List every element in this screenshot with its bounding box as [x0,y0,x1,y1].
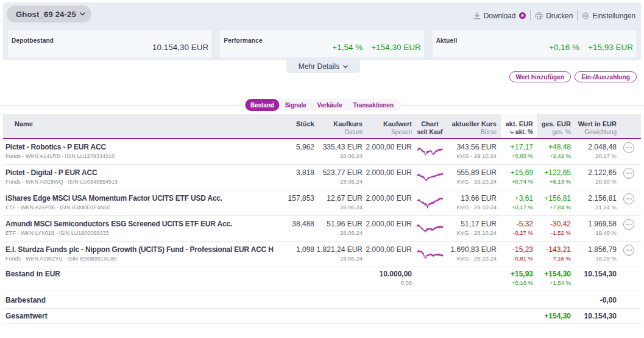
ges-eur-cell: -30,42 -1,52 % [537,216,571,241]
row-menu-cell [617,139,641,164]
totals-label: Gesamtwert [3,309,271,323]
card-depotbestand: Depotbestand 10.154,30 EUR [8,31,211,57]
stueck-cell: 38,488 [271,216,314,241]
sparkline-chart [412,139,448,164]
ges-eur-cell: +48,48 +2,42 % [537,139,571,164]
portfolio-selector[interactable]: Ghost_69 24-25 [7,5,91,23]
table-header: Name Stück Kaufkurs Datum Kaufwert Spese… [3,114,641,139]
tab-bestand[interactable]: Bestand [245,99,280,111]
col-header-ges-eur[interactable]: ges. EUR ges. % [537,114,571,138]
table-row[interactable]: Pictet - Robotics - P EUR ACC Fonds · WK… [3,139,641,165]
totals-kaufwert: 10.000,00 0,00 [363,267,412,290]
sparkline-chart [412,190,448,215]
stueck-cell: 157,853 [271,190,314,215]
tab-verkäufe[interactable]: Verkäufe [312,102,348,109]
totals-row-gesamtwert: Gesamtwert +154,30 10.154,30 [3,309,641,324]
row-menu-button[interactable] [623,219,634,230]
print-label: Drucken [546,12,573,20]
printer-icon [535,12,543,20]
download-icon [473,12,481,20]
mehr-details-label: Mehr Details [299,62,339,71]
totals-wert: 10.154,30 [571,267,617,290]
kurs-cell: 13,66 EUR KVG · 29.10.24 [448,190,501,215]
table-row[interactable]: E.I. Sturdza Funds plc - Nippon Growth (… [3,242,641,267]
row-menu-cell [617,165,641,190]
tabs-row: BestandSignaleVerkäufeTransaktionen [0,99,644,111]
position-name-cell[interactable]: Pictet - Robotics - P EUR ACC Fonds · WK… [3,139,271,164]
kurs-cell: 555,89 EUR KVG · 29.10.24 [448,165,501,190]
depot-value: 10.154,30 EUR [152,43,208,52]
position-name-cell[interactable]: iShares Edge MSCI USA Momentum Factor UC… [3,190,271,215]
action-separator [577,10,578,21]
kaufkurs-cell: 12,67 EUR 28.06.24 [314,190,363,215]
row-menu-button[interactable] [623,168,634,179]
kaufwert-cell: 2.000,00 EUR [363,242,412,267]
totals-akt: +15,93 +0,16 % [501,267,537,290]
kaufwert-cell: 2.000,00 EUR [363,139,412,164]
card-performance: Performance +1,54 % +154,30 EUR [220,31,423,57]
payment-button[interactable]: Ein-/Auszahlung [575,71,637,82]
position-name-cell[interactable]: Pictet - Digital - P EUR ACC Fonds · WKN… [3,165,271,190]
position-name-cell[interactable]: Amundi MSCI Semiconductors ESG Screened … [3,216,271,241]
position-name-cell[interactable]: E.I. Sturdza Funds plc - Nippon Growth (… [3,242,271,267]
tab-signale[interactable]: Signale [280,102,312,109]
kaufkurs-cell: 335,43 EUR 28.06.24 [314,139,363,164]
action-separator [530,10,531,21]
performance-percent: +1,54 % [332,43,363,52]
aktuell-percent: +0,16 % [549,43,579,52]
gesamtwert-ges: +154,30 [537,309,571,323]
kaufkurs-cell: 51,96 EUR 28.06.24 [314,216,363,241]
akt-eur-cell: +17,17 +0,85 % [501,139,537,164]
col-header-chart: Chart seit Kauf [412,114,448,138]
col-header-menu [617,114,641,138]
table-row[interactable]: Amundi MSCI Semiconductors ESG Screened … [3,216,641,242]
col-header-stueck[interactable]: Stück [271,114,314,138]
kaufwert-cell: 2.000,00 EUR [363,165,412,190]
totals-ges: +154,30 +1,54 % [537,267,571,290]
row-menu-cell [617,216,641,241]
tab-group: BestandSignaleVerkäufeTransaktionen [243,99,401,111]
sort-chevron-icon [510,131,514,134]
wert-cell: 2.156,81 21,24 % [571,190,617,215]
ges-eur-cell: +156,81 +7,84 % [537,190,571,215]
totals-label: Bestand in EUR [3,267,271,290]
row-menu-button[interactable] [623,193,634,204]
download-label: Download [484,12,516,20]
wert-cell: 1.856,79 18,29 % [571,242,617,267]
col-header-wert[interactable]: Wert in EUR Gewichtung [571,114,617,138]
settings-button[interactable]: Einstellungen [582,12,635,20]
portfolio-name: Ghost_69 24-25 [16,10,76,19]
download-button[interactable]: Download [473,12,526,20]
top-actions: Download Drucken Einstellungen [473,10,635,21]
print-button[interactable]: Drucken [535,12,573,20]
wert-cell: 1.969,58 19,40 % [571,216,617,241]
row-menu-cell [617,190,641,215]
summary-cards: Depotbestand 10.154,30 EUR Performance +… [8,31,636,57]
col-header-name[interactable]: Name [3,114,271,138]
gesamtwert-wert: 10.154,30 [571,309,617,323]
col-header-kurs[interactable]: aktueller Kurs Börse [448,114,501,138]
kaufkurs-cell: 1.821,24 EUR 28.06.24 [314,242,363,267]
mehr-details-toggle[interactable]: Mehr Details [286,60,360,73]
card-label: Performance [224,37,262,44]
col-header-kaufkurs[interactable]: Kaufkurs Datum [314,114,363,138]
col-header-kaufwert[interactable]: Kaufwert Spesen [363,114,412,138]
row-menu-button[interactable] [623,142,634,153]
sparkline-chart [412,165,448,190]
akt-eur-cell: -15,23 -0,81 % [501,242,537,267]
stueck-cell: 5,962 [271,139,314,164]
row-menu-button[interactable] [623,245,634,256]
kurs-cell: 51,17 EUR KVG · 28.10.24 [448,216,501,241]
add-value-button[interactable]: Wert hinzufügen [509,71,571,82]
akt-eur-cell: -5,32 -0,27 % [501,216,537,241]
col-header-akt-eur[interactable]: akt. EUR akt. % [501,114,537,138]
sparkline-chart [412,242,448,267]
card-aktuell: Aktuell +0,16 % +15,93 EUR [433,31,636,57]
settings-label: Einstellungen [592,12,635,20]
table-row[interactable]: Pictet - Digital - P EUR ACC Fonds · WKN… [3,165,641,190]
performance-value: +154,30 EUR [371,43,420,52]
tab-transaktionen[interactable]: Transaktionen [348,102,400,109]
kaufwert-cell: 2.000,00 EUR [363,216,412,241]
aktuell-value: +15,93 EUR [588,43,633,52]
table-row[interactable]: iShares Edge MSCI USA Momentum Factor UC… [3,190,641,216]
